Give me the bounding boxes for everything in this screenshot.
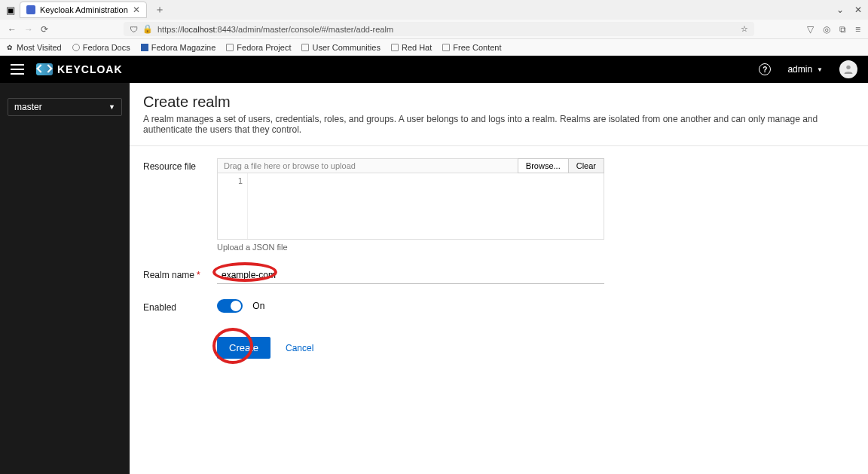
bookmark-free-content[interactable]: Free Content bbox=[442, 43, 501, 52]
enabled-label: Enabled bbox=[143, 299, 217, 313]
realm-name-label: Realm name bbox=[143, 270, 194, 280]
new-tab-button[interactable]: ＋ bbox=[150, 3, 170, 17]
globe-icon bbox=[72, 44, 80, 51]
bookmark-favicon-icon bbox=[141, 44, 148, 51]
clear-button[interactable]: Clear bbox=[569, 158, 604, 173]
realm-name-input[interactable] bbox=[217, 267, 604, 284]
folder-icon bbox=[301, 44, 309, 51]
url-suffix: :8443/admin/master/console/#/master/add-… bbox=[215, 25, 393, 34]
user-menu[interactable]: admin ▼ bbox=[787, 64, 823, 75]
bookmark-fedora-docs[interactable]: Fedora Docs bbox=[72, 43, 130, 52]
lock-icon: 🔒 bbox=[142, 24, 153, 34]
reload-icon[interactable]: ⟳ bbox=[41, 24, 48, 35]
url-prefix: https:// bbox=[157, 25, 182, 34]
bookmark-user-communities[interactable]: User Communities bbox=[301, 43, 380, 52]
main-content: Create realm A realm manages a set of us… bbox=[130, 83, 868, 474]
json-editor[interactable]: 1 bbox=[217, 173, 604, 240]
folder-icon bbox=[391, 44, 399, 51]
sidebar: master ▼ bbox=[0, 83, 130, 474]
url-host: localhost bbox=[182, 25, 215, 34]
brand-name: KEYCLOAK bbox=[57, 63, 123, 75]
star-icon[interactable]: ☆ bbox=[741, 24, 748, 34]
create-realm-form: Resource file Drag a file here or browse… bbox=[130, 146, 868, 371]
forward-icon[interactable]: → bbox=[24, 24, 33, 35]
container-tab-icon[interactable]: ▣ bbox=[6, 5, 15, 16]
app-menu-icon[interactable]: ≡ bbox=[855, 24, 860, 35]
user-icon bbox=[842, 63, 854, 75]
keycloak-logo-icon bbox=[36, 63, 53, 75]
bookmark-fedora-project[interactable]: Fedora Project bbox=[226, 43, 291, 52]
browse-button[interactable]: Browse... bbox=[518, 158, 569, 173]
bookmark-fedora-magazine[interactable]: Fedora Magazine bbox=[141, 43, 216, 52]
browser-toolbar: ← → ⟳ 🛡 🔒 https://localhost:8443/admin/m… bbox=[0, 20, 868, 39]
hamburger-icon[interactable] bbox=[11, 64, 24, 75]
bookmark-red-hat[interactable]: Red Hat bbox=[391, 43, 432, 52]
caret-down-icon: ▼ bbox=[817, 66, 823, 73]
browser-tab[interactable]: Keycloak Administration ✕ bbox=[20, 2, 147, 18]
account-icon[interactable]: ◎ bbox=[823, 24, 830, 35]
bookmarks-bar: ✿Most Visited Fedora Docs Fedora Magazin… bbox=[0, 39, 868, 56]
tab-title: Keycloak Administration bbox=[40, 5, 128, 14]
url-bar[interactable]: 🛡 🔒 https://localhost:8443/admin/master/… bbox=[124, 22, 754, 36]
brand-logo[interactable]: KEYCLOAK bbox=[36, 63, 123, 75]
required-asterisk: * bbox=[197, 270, 200, 280]
file-dropzone[interactable]: Drag a file here or browse to upload bbox=[217, 158, 518, 173]
bookmark-most-visited[interactable]: ✿Most Visited bbox=[6, 43, 62, 52]
shield-icon: 🛡 bbox=[130, 25, 138, 34]
close-tab-icon[interactable]: ✕ bbox=[133, 5, 140, 15]
app-header: KEYCLOAK ? admin ▼ bbox=[0, 56, 868, 83]
caret-down-icon: ▼ bbox=[108, 103, 115, 111]
back-icon[interactable]: ← bbox=[8, 24, 17, 35]
avatar[interactable] bbox=[839, 60, 857, 78]
help-icon[interactable]: ? bbox=[759, 63, 771, 75]
browser-titlebar: ▣ Keycloak Administration ✕ ＋ ⌄ ✕ bbox=[0, 0, 868, 20]
favicon-icon bbox=[26, 5, 35, 14]
page-title: Create realm bbox=[143, 93, 854, 111]
upload-hint: Upload a JSON file bbox=[217, 243, 604, 252]
editor-gutter: 1 bbox=[218, 173, 248, 239]
cancel-button[interactable]: Cancel bbox=[286, 343, 313, 353]
gear-icon: ✿ bbox=[6, 44, 14, 51]
enabled-switch[interactable] bbox=[217, 299, 243, 313]
pocket-icon[interactable]: ▽ bbox=[807, 24, 814, 35]
extensions-icon[interactable]: ⧉ bbox=[839, 24, 846, 35]
resource-file-label: Resource file bbox=[143, 158, 217, 172]
realm-selector-value: master bbox=[14, 102, 42, 112]
editor-textarea[interactable] bbox=[248, 173, 604, 239]
enabled-state: On bbox=[252, 301, 264, 311]
folder-icon bbox=[442, 44, 450, 51]
user-name: admin bbox=[787, 64, 812, 75]
realm-selector[interactable]: master ▼ bbox=[8, 98, 122, 116]
folder-icon bbox=[226, 44, 234, 51]
page-description: A realm manages a set of users, credenti… bbox=[143, 114, 854, 135]
chevron-down-icon[interactable]: ⌄ bbox=[836, 5, 844, 15]
window-close-icon[interactable]: ✕ bbox=[854, 5, 862, 15]
svg-point-0 bbox=[846, 66, 850, 69]
create-button[interactable]: Create bbox=[217, 337, 270, 359]
